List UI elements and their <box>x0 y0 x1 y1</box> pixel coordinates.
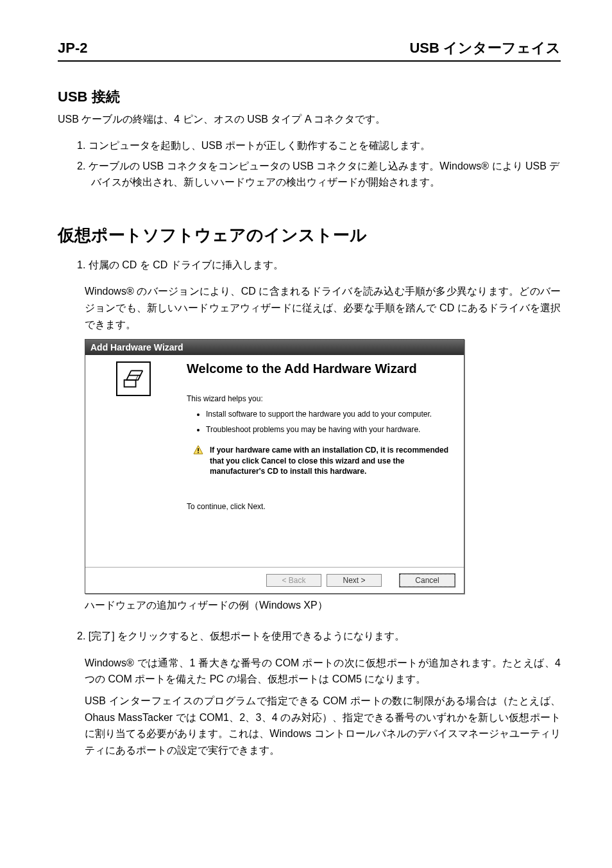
wizard-caption: ハードウェアの追加ウィザードの例（Windows XP） <box>85 599 561 612</box>
wizard-bullet: Troubleshoot problems you may be having … <box>206 425 451 435</box>
step2-details-2: USB インターフェイスのプログラムで指定できる COM ポートの数に制限がある… <box>85 693 561 758</box>
list-item: 2. [完了] をクリックすると、仮想ポートを使用できるようになります。 <box>77 628 561 645</box>
list-item: 2. ケーブルの USB コネクタをコンピュータの USB コネクタに差し込みま… <box>77 158 561 191</box>
wizard-titlebar: Add Hardware Wizard <box>85 340 464 355</box>
svg-line-1 <box>129 371 132 376</box>
svg-rect-0 <box>124 380 136 387</box>
virtualport-steps-list: 1. 付属の CD を CD ドライブに挿入します。 <box>58 257 561 273</box>
document-page: JP-2 USB インターフェイス USB 接続 USB ケーブルの終端は、4 … <box>0 0 612 868</box>
usb-intro-text: USB ケーブルの終端は、4 ピン、オスの USB タイプ A コネクタです。 <box>58 112 561 127</box>
add-hardware-wizard-window: Add Hardware Wizard <box>85 339 464 594</box>
wizard-heading: Welcome to the Add Hardware Wizard <box>187 361 451 376</box>
button-spacer <box>387 574 395 587</box>
svg-rect-6 <box>198 448 199 451</box>
wizard-helps-text: This wizard helps you: <box>187 394 451 403</box>
hardware-icon <box>116 361 151 396</box>
wizard-footer: < Back Next > Cancel <box>85 567 464 593</box>
wizard-screenshot: Add Hardware Wizard <box>85 339 561 594</box>
warning-icon <box>193 445 203 455</box>
wizard-bullet: Install software to support the hardware… <box>206 410 451 420</box>
virtualport-step2-list: 2. [完了] をクリックすると、仮想ポートを使用できるようになります。 <box>58 628 561 645</box>
step1-details: Windows® のバージョンにより、CD に含まれるドライバを読み込む手順が多… <box>85 283 561 333</box>
page-title: USB インターフェイス <box>409 39 561 58</box>
wizard-warning-row: If your hardware came with an installati… <box>187 445 451 476</box>
wizard-sidebar <box>85 355 182 567</box>
list-item: 1. 付属の CD を CD ドライブに挿入します。 <box>77 257 561 273</box>
cancel-button[interactable]: Cancel <box>400 574 455 587</box>
next-button[interactable]: Next > <box>327 574 382 587</box>
svg-rect-7 <box>198 452 199 453</box>
wizard-bullet-list: Install software to support the hardware… <box>187 410 451 435</box>
section-usb-title: USB 接続 <box>58 87 561 107</box>
page-number: JP-2 <box>58 40 87 56</box>
wizard-body: Welcome to the Add Hardware Wizard This … <box>85 355 464 567</box>
back-button[interactable]: < Back <box>266 574 321 587</box>
wizard-warning-text: If your hardware came with an installati… <box>210 445 451 476</box>
svg-line-4 <box>136 376 139 380</box>
wizard-continue-text: To continue, click Next. <box>187 502 451 511</box>
page-header: JP-2 USB インターフェイス <box>58 39 561 62</box>
usb-steps-list: 1. コンピュータを起動し、USB ポートが正しく動作することを確認します。 2… <box>58 137 561 191</box>
section-virtualport-title: 仮想ポートソフトウェアのインストール <box>58 224 561 247</box>
svg-line-2 <box>140 371 143 376</box>
list-item: 1. コンピュータを起動し、USB ポートが正しく動作することを確認します。 <box>77 137 561 154</box>
step2-details-1: Windows® では通常、1 番大きな番号の COM ポートの次に仮想ポートが… <box>85 655 561 688</box>
wizard-content: Welcome to the Add Hardware Wizard This … <box>182 355 464 567</box>
